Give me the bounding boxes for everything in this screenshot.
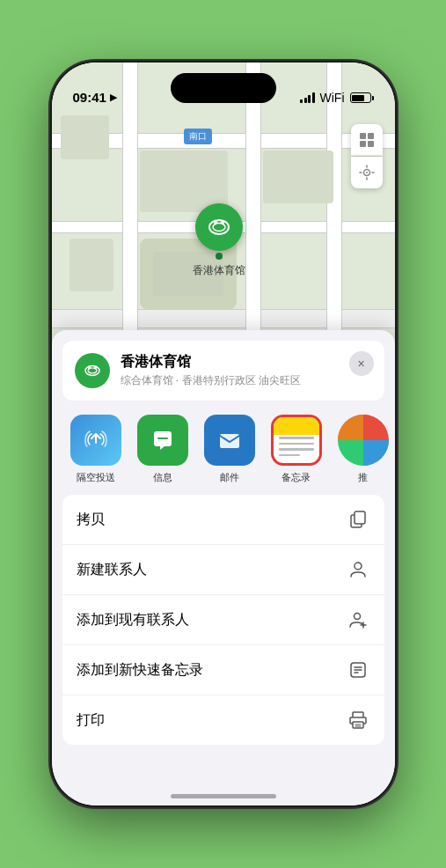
- location-card: 香港体育馆 综合体育馆 · 香港特别行政区 油尖旺区 ×: [62, 341, 384, 401]
- message-label: 信息: [153, 471, 172, 484]
- mail-label: 邮件: [220, 471, 239, 484]
- new-contact-label: 新建联系人: [77, 561, 147, 579]
- phone-screen: 09:41 ▶ WiFi: [52, 63, 395, 805]
- quick-note-label: 添加到新快速备忘录: [77, 661, 203, 680]
- location-subtitle: 综合体育馆 · 香港特别行政区 油尖旺区: [121, 373, 372, 388]
- close-button[interactable]: ×: [349, 351, 374, 376]
- person-add-icon: [346, 607, 370, 632]
- battery-icon: [350, 92, 374, 103]
- copy-icon: [346, 507, 370, 532]
- svg-rect-1: [368, 133, 374, 139]
- wifi-icon: WiFi: [320, 91, 345, 105]
- share-item-mail[interactable]: 邮件: [196, 415, 263, 484]
- action-item-copy[interactable]: 拷贝: [62, 495, 384, 545]
- action-item-add-contact[interactable]: 添加到现有联系人: [62, 595, 384, 645]
- phone-frame: 09:41 ▶ WiFi: [52, 63, 395, 805]
- print-icon: [346, 708, 370, 732]
- pin-label: 香港体育馆: [193, 263, 245, 278]
- location-arrow-icon: ▶: [110, 92, 117, 103]
- home-indicator: [171, 794, 276, 798]
- share-item-message[interactable]: 信息: [129, 415, 196, 484]
- map-view-button[interactable]: [351, 124, 383, 156]
- svg-point-5: [366, 172, 368, 173]
- location-button[interactable]: [351, 157, 383, 188]
- svg-point-22: [354, 614, 360, 620]
- action-item-print[interactable]: 打印: [62, 695, 384, 745]
- svg-point-21: [355, 563, 362, 570]
- airdrop-label: 隔空投送: [77, 471, 115, 484]
- share-row: 隔空投送 信息: [52, 408, 395, 491]
- message-icon: [137, 415, 188, 466]
- share-item-notes[interactable]: 备忘录: [263, 415, 330, 484]
- print-label: 打印: [77, 711, 105, 730]
- mail-icon: [204, 415, 255, 466]
- bottom-sheet: 香港体育馆 综合体育馆 · 香港特别行政区 油尖旺区 ×: [52, 330, 395, 805]
- pin-dot: [216, 253, 223, 260]
- note-icon: [346, 658, 370, 682]
- notes-icon: [271, 415, 322, 466]
- dynamic-island: [171, 73, 276, 103]
- status-icons: WiFi: [300, 91, 374, 105]
- copy-label: 拷贝: [77, 511, 105, 529]
- location-name: 香港体育馆: [121, 353, 372, 371]
- stadium-pin[interactable]: 香港体育馆: [193, 203, 245, 278]
- location-card-icon: [75, 353, 110, 388]
- pin-icon: [195, 203, 243, 251]
- svg-rect-0: [360, 133, 366, 139]
- share-item-airdrop[interactable]: 隔空投送: [62, 415, 129, 484]
- action-item-quick-note[interactable]: 添加到新快速备忘录: [62, 645, 384, 695]
- svg-rect-29: [353, 712, 363, 717]
- action-item-new-contact[interactable]: 新建联系人: [62, 545, 384, 595]
- share-item-more[interactable]: 推: [330, 415, 395, 484]
- notes-label: 备忘录: [281, 471, 311, 484]
- more-icon: [338, 415, 389, 466]
- svg-rect-20: [355, 511, 365, 524]
- action-list: 拷贝 新建联系人: [62, 495, 384, 745]
- more-label: 推: [358, 471, 368, 484]
- add-contact-label: 添加到现有联系人: [77, 611, 189, 629]
- status-time: 09:41: [73, 90, 106, 105]
- airdrop-icon: [70, 415, 121, 466]
- map-controls: [351, 124, 383, 188]
- location-label: 南口: [184, 129, 212, 144]
- svg-rect-3: [368, 141, 374, 147]
- location-card-info: 香港体育馆 综合体育馆 · 香港特别行政区 油尖旺区: [121, 353, 372, 388]
- svg-rect-2: [360, 141, 366, 147]
- person-icon: [346, 557, 370, 582]
- signal-bars-icon: [300, 92, 315, 103]
